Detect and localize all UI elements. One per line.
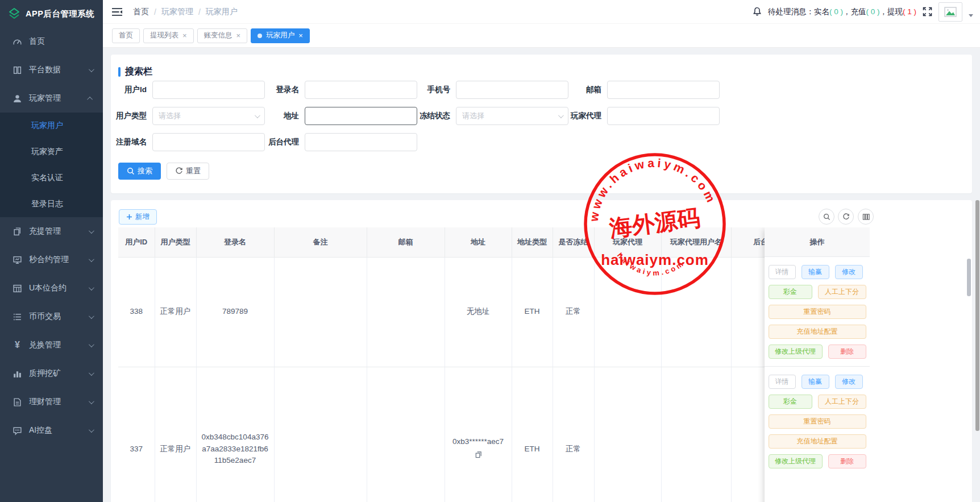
cell-address-type: ETH (512, 367, 553, 502)
sidebar-subitem-label: 实名认证 (31, 173, 63, 183)
broken-image-icon (944, 7, 957, 17)
magnifier-icon (823, 213, 830, 221)
cell-email (367, 257, 445, 367)
page-scrollbar[interactable] (975, 200, 979, 431)
register-domain-input[interactable] (152, 133, 265, 151)
sidebar-item-home[interactable]: 首页 (0, 27, 103, 56)
sidebar-item-u-contract[interactable]: U本位合约 (0, 274, 103, 302)
modify-button[interactable]: 修改 (835, 375, 863, 389)
cell-frozen: 正常 (553, 257, 594, 367)
table-scrollbar-thumb[interactable] (967, 259, 971, 296)
backend-agent-input[interactable] (305, 133, 417, 151)
breadcrumb-home[interactable]: 首页 (133, 7, 149, 17)
breadcrumb-separator: / (154, 7, 156, 16)
sidebar-item-player-users[interactable]: 玩家用户 (0, 113, 103, 139)
sidebar-item-coin-trade[interactable]: 币币交易 (0, 302, 103, 331)
main-area: 首页 / 玩家管理 / 玩家用户 待处理消息：实名( 0 )，充值( 0 )，提… (103, 0, 980, 502)
recharge-address-button[interactable]: 充值地址配置 (769, 434, 866, 449)
breadcrumb-player-users[interactable]: 玩家用户 (206, 7, 238, 17)
winlose-button[interactable]: 输赢 (802, 375, 829, 389)
opened-tabs-bar: 首页 提现列表 × 账变信息 × 玩家用户 × (103, 24, 980, 48)
sidebar-item-finance-mgmt[interactable]: 理财管理 (0, 388, 103, 416)
email-input[interactable] (607, 81, 720, 99)
sidebar-item-exchange-mgmt[interactable]: ¥ 兑换管理 (0, 331, 103, 359)
table-columns-circle-button[interactable] (858, 209, 874, 225)
chevron-down-icon[interactable] (969, 14, 973, 17)
phone-input[interactable] (456, 81, 568, 99)
sidebar-item-player-mgmt[interactable]: 玩家管理 (0, 84, 103, 113)
tab-home[interactable]: 首页 (112, 28, 140, 43)
sidebar-item-label: U本位合约 (29, 283, 89, 293)
reset-button[interactable]: 重置 (167, 163, 209, 180)
detail-button[interactable]: 详情 (769, 265, 796, 279)
gem-logo-icon (8, 7, 20, 20)
avatar[interactable] (939, 2, 962, 22)
close-icon[interactable]: × (298, 32, 303, 39)
manual-adjust-button[interactable]: 人工上下分 (818, 285, 866, 299)
cell-user-id: 338 (118, 257, 155, 367)
user-type-select[interactable]: 请选择 (152, 107, 265, 125)
field-address: 地址 (305, 107, 417, 125)
field-phone: 手机号 (456, 81, 568, 99)
reset-password-button[interactable]: 重置密码 (769, 414, 866, 429)
tab-account-change[interactable]: 账变信息 × (197, 28, 248, 43)
close-icon[interactable]: × (236, 32, 241, 39)
chevron-down-icon (558, 113, 564, 118)
collapse-sidebar-icon[interactable] (111, 7, 123, 16)
sidebar-item-player-assets[interactable]: 玩家资产 (0, 139, 103, 165)
sidebar-item-ai-control[interactable]: AI控盘 (0, 416, 103, 445)
copy-icon[interactable] (475, 451, 482, 458)
topbar-right: 待处理消息：实名( 0 )，充值( 0 )，提现( 1 ) (753, 2, 973, 22)
delete-button[interactable]: 删除 (828, 345, 866, 359)
cell-player-agent-name (661, 367, 731, 502)
sidebar-item-realname-auth[interactable]: 实名认证 (0, 165, 103, 191)
detail-button[interactable]: 详情 (769, 375, 796, 389)
fullscreen-icon[interactable] (923, 7, 932, 16)
refresh-icon (842, 213, 850, 221)
change-parent-agent-button[interactable]: 修改上级代理 (769, 454, 823, 468)
search-button[interactable]: 搜索 (118, 163, 161, 180)
chevron-down-icon (89, 427, 94, 433)
player-users-table: 用户ID 用户类型 登录名 备注 邮箱 地址 地址类型 是否冻结 玩家代理 玩家… (118, 227, 805, 502)
bell-icon[interactable] (753, 7, 762, 16)
tab-withdraw-list[interactable]: 提现列表 × (143, 28, 194, 43)
delete-button[interactable]: 删除 (828, 454, 866, 468)
recharge-address-button[interactable]: 充值地址配置 (769, 325, 866, 339)
close-icon[interactable]: × (182, 32, 187, 39)
sidebar-item-deposit-withdraw[interactable]: 充提管理 (0, 217, 103, 246)
address-input[interactable] (305, 107, 417, 125)
frozen-status-select[interactable]: 请选择 (456, 107, 568, 125)
login-name-input[interactable] (305, 81, 417, 99)
tab-player-users[interactable]: 玩家用户 × (251, 28, 310, 43)
sidebar-item-platform-data[interactable]: 平台数据 (0, 56, 103, 84)
table-search-circle-button[interactable] (819, 209, 834, 225)
bonus-button[interactable]: 彩金 (769, 285, 812, 299)
tab-label: 玩家用户 (266, 31, 294, 40)
add-button[interactable]: 新增 (119, 209, 157, 225)
change-parent-agent-button[interactable]: 修改上级代理 (769, 345, 823, 359)
sidebar-item-login-log[interactable]: 登录日志 (0, 191, 103, 217)
user-icon (13, 94, 22, 103)
panel-title-text: 搜索栏 (125, 66, 152, 78)
player-agent-input[interactable] (607, 107, 720, 125)
field-label: 登录名 (276, 81, 300, 99)
breadcrumb-player-mgmt[interactable]: 玩家管理 (161, 7, 193, 17)
modify-button[interactable]: 修改 (835, 265, 863, 279)
manual-adjust-button[interactable]: 人工上下分 (818, 395, 866, 409)
chevron-down-icon (89, 399, 94, 404)
cell-login-name: 0xb348cbc104a376a7aa2833e1821fb611b5e2ae… (196, 367, 274, 502)
tab-label: 首页 (119, 31, 133, 40)
table-refresh-circle-button[interactable] (838, 209, 854, 225)
cell-user-id: 337 (118, 367, 155, 502)
chevron-down-icon (89, 313, 94, 319)
sidebar-item-second-contract[interactable]: 秒合约管理 (0, 246, 103, 274)
field-label: 用户Id (124, 81, 147, 99)
reset-password-button[interactable]: 重置密码 (769, 305, 866, 319)
col-login-name: 登录名 (196, 227, 274, 257)
winlose-button[interactable]: 输赢 (802, 265, 829, 279)
user-id-input[interactable] (152, 81, 265, 99)
field-label: 后台代理 (268, 133, 299, 151)
sidebar-item-staking-mining[interactable]: 质押挖矿 (0, 359, 103, 388)
select-placeholder: 请选择 (159, 111, 255, 121)
bonus-button[interactable]: 彩金 (769, 395, 812, 409)
